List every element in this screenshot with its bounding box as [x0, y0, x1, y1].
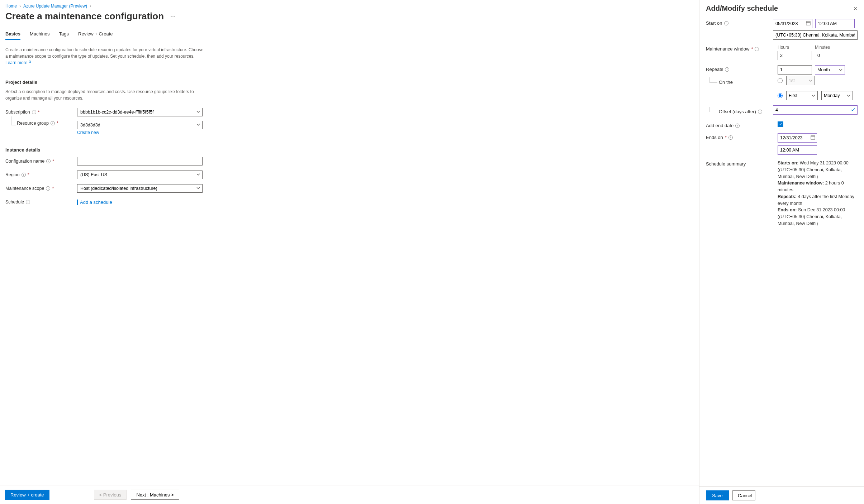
end-time-input[interactable]: [778, 145, 817, 155]
day-of-month-select: [786, 76, 815, 85]
info-icon[interactable]: i: [725, 67, 729, 72]
info-icon[interactable]: i: [755, 47, 759, 51]
info-icon[interactable]: i: [46, 159, 51, 163]
start-date-input[interactable]: [773, 19, 812, 28]
timezone-select[interactable]: [773, 30, 858, 40]
repeat-unit-select[interactable]: [815, 65, 845, 75]
more-icon[interactable]: ···: [170, 13, 176, 20]
review-create-button[interactable]: Review + create: [5, 490, 49, 500]
save-button[interactable]: Save: [706, 490, 729, 500]
repeats-label: Repeats i: [706, 65, 778, 72]
region-label: Region i *: [5, 172, 77, 177]
config-name-input[interactable]: [77, 157, 203, 165]
ordinal-weekday-radio[interactable]: [778, 93, 783, 98]
info-icon[interactable]: i: [32, 110, 36, 114]
subscription-select[interactable]: [77, 108, 203, 116]
info-icon[interactable]: i: [724, 21, 728, 25]
breadcrumb-aum[interactable]: Azure Update Manager (Preview): [23, 4, 87, 9]
minutes-input[interactable]: [815, 51, 849, 60]
page-title: Create a maintenance configuration: [5, 11, 164, 22]
info-icon[interactable]: i: [728, 135, 733, 140]
repeat-count-input[interactable]: [778, 65, 812, 75]
start-on-label: Start on i: [706, 19, 773, 26]
info-icon[interactable]: i: [22, 173, 26, 177]
minutes-sublabel: Minutes: [815, 45, 849, 50]
resource-group-label: Resource group i *: [5, 121, 77, 126]
resource-group-select[interactable]: [77, 121, 203, 129]
main-content: Home › Azure Update Manager (Preview) › …: [0, 0, 699, 504]
panel-title: Add/Modify schedule: [706, 4, 778, 13]
tab-basics[interactable]: Basics: [5, 29, 20, 40]
on-the-label: On the: [719, 77, 778, 87]
info-icon[interactable]: i: [46, 186, 50, 191]
tab-review[interactable]: Review + Create: [78, 29, 113, 40]
region-select[interactable]: [77, 171, 203, 179]
add-end-date-checkbox[interactable]: ✓: [778, 121, 783, 127]
subscription-label: Subscription i *: [5, 110, 77, 115]
schedule-summary-label: Schedule summary: [706, 160, 778, 167]
tab-tags[interactable]: Tags: [59, 29, 69, 40]
weekday-select[interactable]: [821, 91, 853, 100]
maintenance-window-label: Maintenance window * i: [706, 45, 778, 52]
project-details-header: Project details: [5, 80, 694, 85]
instance-details-header: Instance details: [5, 147, 694, 153]
offset-select[interactable]: [773, 105, 858, 115]
info-icon[interactable]: i: [26, 200, 30, 204]
schedule-panel: Add/Modify schedule ✕ Start on i: [699, 0, 864, 504]
start-time-input[interactable]: [815, 19, 855, 28]
footer-bar: Review + create < Previous Next : Machin…: [0, 485, 699, 504]
schedule-summary: Starts on: Wed May 31 2023 00:00 ((UTC+0…: [778, 160, 858, 227]
close-icon[interactable]: ✕: [853, 6, 858, 11]
ordinal-select[interactable]: [786, 91, 818, 100]
maintenance-scope-label: Maintenance scope i *: [5, 186, 77, 191]
day-of-month-radio[interactable]: [778, 78, 783, 83]
add-end-date-label: Add end date i: [706, 121, 778, 128]
create-new-rg-link[interactable]: Create new: [77, 130, 99, 135]
offset-label: Offset (days after) i: [719, 107, 773, 116]
info-icon[interactable]: i: [51, 121, 55, 125]
learn-more-link[interactable]: Learn more ⧉: [5, 60, 31, 65]
hours-input[interactable]: [778, 51, 812, 60]
cancel-button[interactable]: Cancel: [732, 490, 755, 500]
check-icon: [851, 107, 855, 113]
info-icon[interactable]: i: [735, 124, 740, 128]
info-icon[interactable]: i: [758, 110, 762, 114]
maintenance-scope-select[interactable]: [77, 184, 203, 193]
external-link-icon: ⧉: [29, 60, 31, 63]
chevron-right-icon: ›: [90, 4, 91, 9]
config-name-label: Configuration name i *: [5, 159, 77, 164]
page-description: Create a maintenance configuration to sc…: [5, 47, 206, 66]
next-button[interactable]: Next : Machines >: [131, 490, 179, 500]
ends-on-label: Ends on * i: [706, 133, 778, 140]
project-details-desc: Select a subscription to manage deployed…: [5, 88, 199, 101]
schedule-label: Schedule i: [5, 200, 77, 205]
wizard-tabs: Basics Machines Tags Review + Create: [5, 29, 694, 40]
breadcrumb: Home › Azure Update Manager (Preview) ›: [5, 4, 694, 9]
previous-button: < Previous: [94, 490, 127, 500]
breadcrumb-home[interactable]: Home: [5, 4, 17, 9]
end-date-input[interactable]: [778, 133, 817, 143]
hours-sublabel: Hours: [778, 45, 812, 50]
tab-machines[interactable]: Machines: [30, 29, 50, 40]
chevron-right-icon: ›: [19, 4, 21, 9]
add-schedule-link[interactable]: Add a schedule: [77, 200, 112, 205]
